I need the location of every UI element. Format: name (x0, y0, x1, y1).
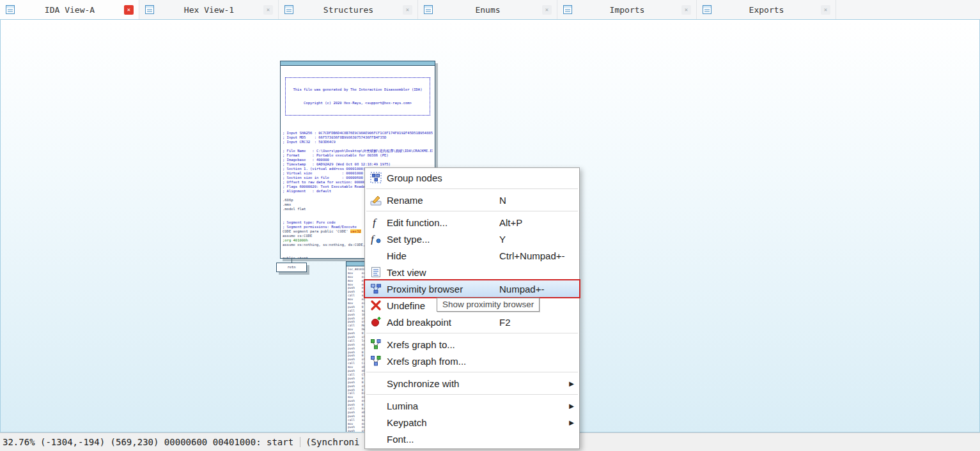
blank-icon (370, 417, 382, 428)
code-line: ; Timestamp : 0AD92A29 (Wed Oct 08 12:18… (283, 162, 433, 167)
submenu-arrow-icon: ▶ (569, 419, 574, 426)
menu-item-text-view[interactable]: Text view (365, 264, 579, 280)
menu-item-edit-function[interactable]: fEdit function...Alt+P (365, 214, 579, 231)
code-segment: ; Offset to raw data for section: 000006… (283, 180, 371, 184)
ida-banner: This file was generated by The Interacti… (285, 77, 430, 116)
ida-window: IDA View-A✕Hex View-1✕Structures✕Enums✕I… (0, 0, 980, 451)
tab-label: Imports (577, 5, 678, 15)
code-segment: ; Input SHA256 : 0C7CDFDB6D4C8B76E9C98AE… (283, 131, 433, 135)
menu-item-synchronize-with[interactable]: Synchronize with▶ (365, 375, 579, 392)
tab-ida-view-a[interactable]: IDA View-A✕ (0, 0, 139, 19)
tab-label: Exports (716, 5, 817, 15)
tab-enums[interactable]: Enums✕ (418, 0, 557, 19)
menu-item-shortcut: Numpad+- (499, 284, 574, 294)
tab-exports[interactable]: Exports✕ (697, 0, 836, 19)
menu-item-font[interactable]: Font... (365, 431, 579, 447)
status-sync-info: (Synchroni (300, 437, 359, 447)
banner-line: This file was generated by The Interacti… (287, 88, 428, 92)
edit-function-icon: f (370, 217, 382, 228)
tab-label: IDA View-A (19, 5, 120, 15)
tab-structures[interactable]: Structures✕ (279, 0, 418, 19)
menu-item-rename[interactable]: RenameN (365, 192, 579, 208)
group-nodes-icon (370, 172, 382, 183)
menu-item-label: Xrefs graph from... (387, 356, 499, 367)
menu-item-xrefs-graph-to[interactable]: Xrefs graph to... (365, 336, 579, 353)
blank-icon (370, 433, 382, 445)
tab-imports[interactable]: Imports✕ (557, 0, 697, 19)
close-icon[interactable]: ✕ (403, 5, 412, 15)
tab-hex-view-1[interactable]: Hex View-1✕ (139, 0, 279, 19)
menu-item-xrefs-graph-from[interactable]: Xrefs graph from... (365, 353, 579, 369)
xrefs-graph-to-icon (370, 339, 382, 350)
code-segment: ; Imagebase : 400000 (283, 158, 329, 162)
code-line (283, 126, 433, 131)
close-icon[interactable]: ✕ (124, 5, 134, 15)
menu-item-shortcut: Ctrl+Numpad+- (499, 250, 574, 261)
menu-item-shortcut: Y (499, 234, 574, 245)
menu-item-shortcut: N (499, 195, 574, 206)
menu-item-label: Group nodes (387, 172, 499, 183)
blank-icon (370, 250, 382, 261)
menu-separator (366, 333, 578, 333)
enums-icon (423, 4, 433, 15)
code-segment: ; File Name : C:\Users\ppoh\Desktop\外壳破解… (283, 149, 433, 153)
menu-item-label: Add breakpoint (387, 317, 499, 328)
close-icon[interactable]: ✕ (542, 5, 552, 15)
code-line: ; Input MD5 : 66F573036F8B998630757436FF… (283, 135, 433, 140)
menu-item-proximity-browser[interactable]: Proximity browserNumpad+- (365, 280, 579, 297)
code-segment: ; Alignment : default (283, 189, 331, 193)
submenu-arrow-icon: ▶ (569, 402, 574, 409)
code-line (283, 144, 433, 149)
menu-item-keypatch[interactable]: Keypatch▶ (365, 414, 579, 431)
menu-item-add-breakpoint[interactable]: Add breakpointF2 (365, 314, 579, 330)
menu-item-label: Font... (387, 434, 499, 445)
tab-label: Hex View-1 (159, 5, 260, 15)
menu-item-hide[interactable]: HideCtrl+Numpad+- (365, 247, 579, 264)
code-segment: ; Input CRC32 : 503D64C9 (283, 140, 336, 144)
code-segment: use32 (350, 229, 361, 233)
code-line: ; Format : Portable executable for 80386… (283, 153, 433, 158)
proximity-browser-icon (370, 283, 382, 294)
code-segment: ; Timestamp : 0AD92A29 (Wed Oct 08 12:18… (283, 162, 391, 166)
code-segment: .686p (283, 198, 293, 202)
code-segment: ; Format : Portable executable for 80386… (283, 153, 389, 157)
menu-item-lumina[interactable]: Lumina▶ (365, 397, 579, 414)
menu-item-set-type[interactable]: fSet type...Y (365, 231, 579, 247)
menu-item-label: Text view (387, 267, 499, 278)
code-segment: ; Segment type: Pure code (283, 220, 336, 224)
menu-item-shortcut: Alt+P (499, 217, 574, 228)
submenu-arrow-icon: ▶ (569, 380, 574, 387)
set-type-icon: f (370, 233, 382, 245)
code-segment: ;org 401000h (283, 238, 308, 242)
blank-icon (370, 400, 382, 411)
code-line: ; File Name : C:\Users\ppoh\Desktop\外壳破解… (283, 149, 433, 153)
menu-item-label: Hide (387, 250, 499, 261)
menu-item-label: Set type... (387, 234, 499, 245)
close-icon[interactable]: ✕ (263, 5, 273, 15)
close-icon[interactable]: ✕ (821, 5, 830, 15)
graph-node-retn[interactable]: retn (276, 263, 307, 272)
svg-text:f: f (373, 217, 377, 228)
tooltip: Show proximity browser (437, 298, 540, 312)
code-segment: ; Input MD5 : 66F573036F8B998630757436FF… (283, 135, 386, 139)
undefine-icon (370, 300, 382, 311)
menu-item-label: Xrefs graph to... (387, 339, 499, 350)
svg-text:f: f (371, 233, 375, 245)
menu-item-label: Lumina (387, 401, 499, 411)
close-icon[interactable]: ✕ (681, 5, 691, 15)
code-segment: ; Section 1. (virtual address 00001000) (283, 167, 365, 171)
blank-icon (370, 378, 382, 389)
exports-icon (702, 4, 712, 15)
code-segment: .mmx (283, 203, 291, 206)
banner-line: Copyright (c) 2020 Hex-Rays, <support@he… (287, 101, 428, 105)
rename-icon (370, 194, 382, 206)
code-segment: CODE segment para public 'CODE' (283, 229, 350, 233)
node-title-bar (281, 61, 435, 66)
menu-item-group-nodes[interactable]: Group nodes (365, 169, 579, 186)
code-line: ; Imagebase : 400000 (283, 158, 433, 162)
add-breakpoint-icon (370, 316, 382, 328)
structures-icon (284, 4, 294, 15)
code-line: ; Input SHA256 : 0C7CDFDB6D4C8B76E9C98AE… (283, 131, 433, 135)
status-position-info: 32.76% (-1304,-194) (569,230) 00000600 0… (3, 437, 293, 447)
code-segment: public start (283, 256, 308, 259)
